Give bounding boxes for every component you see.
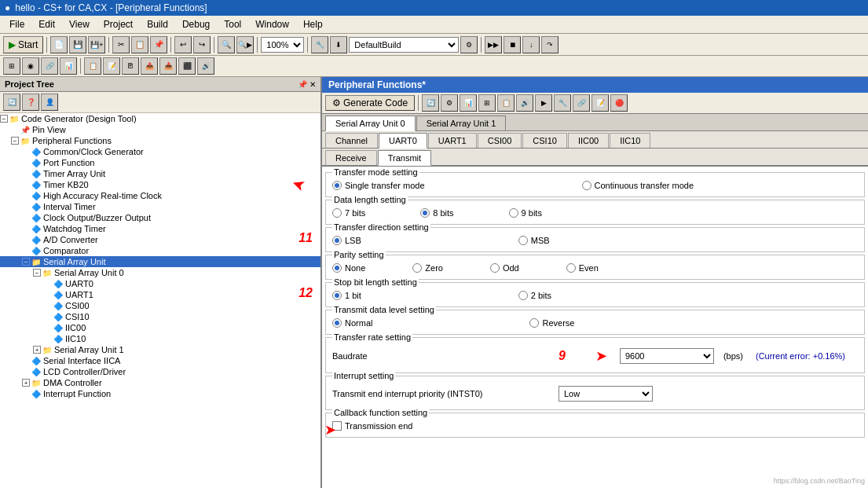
- tree-item-uart0[interactable]: 🔷UART0: [0, 278, 320, 289]
- tree-expand-peripheral[interactable]: −: [11, 137, 19, 145]
- run-button[interactable]: ▶▶: [485, 36, 502, 53]
- tab-serial-array-unit-1[interactable]: Serial Array Unit 1: [416, 116, 507, 130]
- rp-btn-10[interactable]: 📝: [591, 94, 609, 112]
- rp-btn-1[interactable]: 🔄: [422, 94, 439, 112]
- view-btn-2[interactable]: ◉: [22, 57, 39, 75]
- menu-project[interactable]: Project: [97, 17, 139, 31]
- tool-btn-4[interactable]: 📤: [141, 57, 158, 75]
- none-option[interactable]: None: [332, 263, 365, 273]
- rp-btn-9[interactable]: 🔗: [573, 94, 590, 112]
- menu-view[interactable]: View: [63, 17, 96, 31]
- stop-button[interactable]: ⏹: [504, 36, 521, 53]
- tree-item-iic00[interactable]: 🔷IIC00: [0, 322, 320, 333]
- tree-item-port-func[interactable]: 🔷Port Function: [0, 157, 320, 168]
- menu-build[interactable]: Build: [141, 17, 174, 31]
- paste-button[interactable]: 📌: [150, 36, 167, 53]
- reverse-option[interactable]: Reverse: [529, 318, 574, 328]
- tree-item-iic10[interactable]: 🔷IIC10: [0, 333, 320, 344]
- rp-btn-4[interactable]: ⊞: [478, 94, 496, 112]
- tree-expand-serial-array-0[interactable]: −: [33, 269, 41, 277]
- tool-btn-7[interactable]: 🔊: [197, 57, 214, 75]
- new-file-button[interactable]: 📄: [50, 36, 68, 53]
- tree-item-csi00[interactable]: 🔷CSI00: [0, 300, 320, 311]
- odd-radio[interactable]: [490, 263, 500, 273]
- tree-item-pin-view[interactable]: 📌Pin View: [0, 124, 320, 135]
- build-settings[interactable]: ⚙: [460, 36, 478, 53]
- tab-iic10[interactable]: IIC10: [610, 133, 650, 148]
- tree-expand-dma-controller[interactable]: +: [22, 379, 30, 387]
- lsb-option[interactable]: LSB: [332, 236, 361, 245]
- build-combo[interactable]: DefaultBuild: [349, 37, 459, 53]
- menu-edit[interactable]: Edit: [32, 17, 61, 31]
- normal-radio[interactable]: [332, 318, 342, 328]
- menu-tool[interactable]: Tool: [218, 17, 247, 31]
- 7bits-option[interactable]: 7 bits: [332, 208, 365, 218]
- tab-transmit[interactable]: Transmit: [378, 150, 431, 166]
- tool-btn-3[interactable]: 🖹: [122, 57, 139, 75]
- tree-item-high-acc-clock[interactable]: 🔷High Accuracy Real-time Clock: [0, 190, 320, 201]
- rp-btn-3[interactable]: 📊: [460, 94, 477, 112]
- none-radio[interactable]: [332, 263, 342, 273]
- rp-btn-6[interactable]: 🔊: [516, 94, 533, 112]
- tree-item-interval-timer[interactable]: 🔷Interval Timer: [0, 201, 320, 212]
- tree-item-code-gen[interactable]: −📁Code Generator (Design Tool): [0, 113, 320, 124]
- 2bits-radio[interactable]: [518, 291, 528, 300]
- zero-option[interactable]: Zero: [412, 263, 443, 273]
- normal-option[interactable]: Normal: [332, 318, 372, 328]
- tree-btn-3[interactable]: 👤: [41, 94, 58, 111]
- tree-item-ad-converter[interactable]: 🔷A/D Converter: [0, 234, 320, 245]
- view-btn-3[interactable]: 🔗: [41, 57, 58, 75]
- interrupt-priority-combo[interactable]: Low: [559, 386, 653, 402]
- step-button[interactable]: ↓: [522, 36, 540, 53]
- tab-receive[interactable]: Receive: [325, 150, 377, 165]
- cut-button[interactable]: ✂: [112, 36, 130, 53]
- rp-btn-7[interactable]: ▶: [535, 94, 552, 112]
- find-next-button[interactable]: 🔍▶: [236, 36, 254, 53]
- odd-option[interactable]: Odd: [490, 263, 519, 273]
- tree-item-lcd-controller[interactable]: 🔷LCD Controller/Driver: [0, 366, 320, 377]
- tree-item-serial-array[interactable]: −📁Serial Array Unit: [0, 256, 320, 267]
- tree-item-peripheral[interactable]: −📁Peripheral Functions: [0, 135, 320, 146]
- panel-pin-icon[interactable]: 📌 ✕: [298, 80, 316, 89]
- rp-btn-5[interactable]: 📋: [497, 94, 515, 112]
- tool-btn-5[interactable]: 📥: [159, 57, 177, 75]
- tab-serial-array-unit-0[interactable]: Serial Array Unit 0: [325, 116, 416, 131]
- tree-item-serial-array-1[interactable]: +📁Serial Array Unit 1: [0, 344, 320, 355]
- baudrate-combo[interactable]: 9600: [620, 348, 714, 364]
- undo-button[interactable]: ↩: [174, 36, 192, 53]
- even-radio[interactable]: [566, 263, 576, 273]
- view-btn-4[interactable]: 📊: [60, 57, 77, 75]
- tree-btn-2[interactable]: ❓: [22, 94, 39, 111]
- tree-item-timer-array[interactable]: 🔷Timer Array Unit: [0, 168, 320, 179]
- start-button[interactable]: ▶ Start: [3, 36, 43, 53]
- rp-btn-8[interactable]: 🔧: [554, 94, 571, 112]
- tree-item-timer-kb20[interactable]: 🔷Timer KB20: [0, 179, 320, 190]
- tab-uart0[interactable]: UART0: [379, 133, 427, 149]
- tab-iic00[interactable]: IIC00: [568, 133, 609, 148]
- single-transfer-option[interactable]: Single transfer mode: [332, 181, 425, 190]
- continuous-transfer-radio[interactable]: [582, 181, 591, 190]
- 1bit-option[interactable]: 1 bit: [332, 291, 361, 300]
- download-icon[interactable]: ⬇: [330, 36, 347, 53]
- tree-expand-code-gen[interactable]: −: [0, 115, 8, 123]
- menu-help[interactable]: Help: [297, 17, 329, 31]
- tool-btn-2[interactable]: 📝: [103, 57, 120, 75]
- tree-btn-1[interactable]: 🔄: [3, 94, 20, 111]
- tab-csi10[interactable]: CSI10: [522, 133, 567, 148]
- rp-btn-11[interactable]: 🔴: [610, 94, 628, 112]
- tree-item-clock-output[interactable]: 🔷Clock Output/Buzzer Output: [0, 212, 320, 223]
- msb-radio[interactable]: [518, 236, 528, 245]
- build-icon[interactable]: 🔧: [311, 36, 328, 53]
- step-over-button[interactable]: ↷: [541, 36, 559, 53]
- continuous-transfer-option[interactable]: Continuous transfer mode: [582, 181, 694, 190]
- view-btn-1[interactable]: ⊞: [3, 57, 20, 75]
- tree-item-uart1[interactable]: 🔷UART1: [0, 289, 320, 300]
- tool-btn-1[interactable]: 📋: [84, 57, 101, 75]
- tree-item-csi10[interactable]: 🔷CSI10: [0, 311, 320, 322]
- menu-debug[interactable]: Debug: [176, 17, 216, 31]
- lsb-radio[interactable]: [332, 236, 342, 245]
- 8bits-option[interactable]: 8 bits: [420, 208, 453, 218]
- find-button[interactable]: 🔍: [218, 36, 235, 53]
- zoom-combo[interactable]: 100%: [261, 37, 304, 53]
- tree-expand-serial-array-1[interactable]: +: [33, 346, 41, 354]
